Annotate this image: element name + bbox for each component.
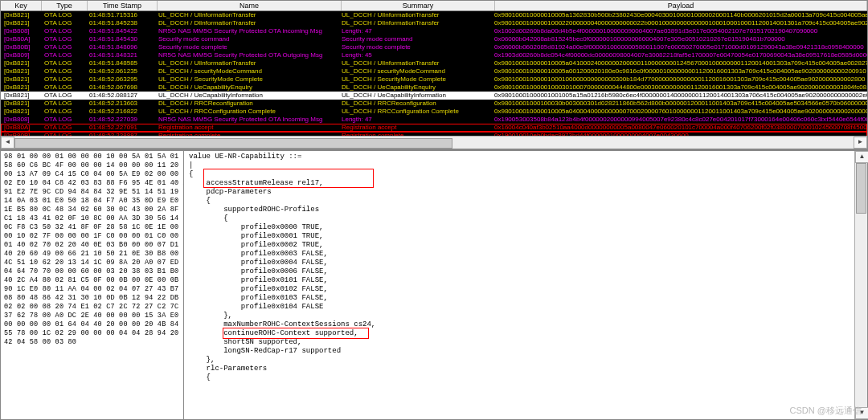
- scroll-thumb[interactable]: [14, 138, 452, 149]
- cell-name: UL_DCCH / UlInformationTransfer: [155, 11, 338, 19]
- cell-type: OTA LOG: [41, 35, 86, 43]
- cell-ts: 01:48:51.845422: [86, 27, 155, 35]
- scroll-left-icon[interactable]: ◄: [1, 137, 14, 149]
- cell-key: [0xB821]: [1, 11, 41, 19]
- watermark: CSDN @移远通信: [790, 405, 862, 417]
- col-summary[interactable]: Summary: [342, 1, 495, 10]
- cell-name: NR5G NAS MM5G Security Protected OTA inc…: [155, 27, 338, 35]
- cell-key: [0xB821]: [1, 75, 41, 84]
- cell-type: OTA LOG: [41, 59, 86, 67]
- cell-type: OTA LOG: [41, 11, 86, 19]
- cell-type: OTA LOG: [41, 19, 86, 27]
- table-body[interactable]: [0xB821]OTA LOG01:48:51.715316UL_DCCH / …: [1, 11, 867, 136]
- table-header: Key Type Time Stamp Name Summary Payload: [1, 1, 867, 11]
- cell-key: [0xB80A]: [1, 124, 41, 132]
- scroll-up-icon[interactable]: ▲: [855, 151, 868, 163]
- cell-summary: UL_DCCH / SecurityMode Complete: [338, 75, 491, 84]
- cell-summary: UL_DCCH / RRCConfiguration Complete: [338, 108, 491, 116]
- cell-ts: 01:48:52.063295: [86, 75, 155, 84]
- table-row[interactable]: [0xB80B]OTA LOG01:48:51.848096Security m…: [1, 43, 867, 51]
- table-row[interactable]: [0xB821]OTA LOG01:48:52.063295UL_DCCH / …: [1, 75, 867, 84]
- scroll-track[interactable]: [14, 137, 854, 148]
- cell-type: OTA LOG: [41, 100, 86, 108]
- cell-name: DL_DCCH / RRCReconfiguration: [155, 100, 338, 108]
- cell-summary: DL_DCCH / DlInformationTransfer: [338, 19, 491, 27]
- cell-ts: 01:48:51.848321: [86, 51, 155, 59]
- cell-summary: UL_DCCH / securityModeCommand: [338, 67, 491, 75]
- table-row[interactable]: [0xB821]OTA LOG01:48:51.715316UL_DCCH / …: [1, 11, 867, 19]
- table-row[interactable]: [0xB821]OTA LOG01:48:51.848585UL_DCCH / …: [1, 59, 867, 67]
- asn1-decode[interactable]: value UE-NR-Capability ::= | { accessStr…: [184, 151, 854, 419]
- cell-payload: 0x98010001000001001005a15a01216b5980c6ec…: [491, 92, 867, 100]
- table-row[interactable]: [0xB80A]OTA LOG01:48:51.845430Security m…: [1, 35, 867, 43]
- cell-type: OTA LOG: [41, 67, 86, 75]
- h-scrollbar[interactable]: ◄ ►: [1, 136, 867, 149]
- v-scrollbar[interactable]: ▲ ▼: [854, 151, 867, 419]
- cell-name: DL_DCCH / DlInformationTransfer: [155, 19, 338, 27]
- table-row[interactable]: [0xB821]OTA LOG01:48:52.088127UL_DCCH / …: [1, 92, 867, 100]
- cell-payload: 0x16004c040af3b02510aa4000d00000000005a0…: [491, 124, 867, 132]
- cell-payload: 0x98010001000100030b003000301d028211860b…: [491, 100, 867, 108]
- cell-ts: 01:48:52.061235: [86, 67, 155, 75]
- col-timestamp[interactable]: Time Stamp: [88, 1, 158, 10]
- cell-summary: Length: 47: [338, 116, 491, 124]
- cell-key: [0xB821]: [1, 59, 41, 67]
- cell-type: OTA LOG: [41, 108, 86, 116]
- hex-dump[interactable]: 98 01 00 00 01 00 00 00 10 00 5A 01 5A 0…: [1, 151, 183, 419]
- table-row[interactable]: [0xB821]OTA LOG01:48:52.061235DL_DCCH / …: [1, 67, 867, 75]
- cell-name: Registration accept: [155, 124, 338, 132]
- table-row[interactable]: [0xB821]OTA LOG01:48:52.213603DL_DCCH / …: [1, 100, 867, 108]
- table-row[interactable]: [0xB80A]OTA LOG01:48:52.227091Registrati…: [1, 124, 867, 132]
- cell-ts: 01:48:51.845238: [86, 19, 155, 27]
- cell-payload: 0x06000b0602085d81924a00e8f0000010000000…: [491, 43, 867, 51]
- cell-type: OTA LOG: [41, 84, 86, 92]
- table-row[interactable]: [0xB809]OTA LOG01:48:51.848321NR5G NAS M…: [1, 51, 867, 59]
- table-row[interactable]: [0xB821]OTA LOG01:48:52.067698DL_DCCH / …: [1, 84, 867, 92]
- cell-key: [0xB821]: [1, 19, 41, 27]
- cell-name: DL_DCCH / securityModeCommand: [155, 67, 338, 75]
- cell-summary: Length: 47: [338, 27, 491, 35]
- cell-key: [0xB821]: [1, 92, 41, 100]
- col-name[interactable]: Name: [158, 1, 342, 10]
- cell-ts: 01:48:52.088127: [86, 92, 155, 100]
- col-type[interactable]: Type: [42, 1, 88, 10]
- hex-pane: 98 01 00 00 01 00 00 00 10 00 5A 01 5A 0…: [0, 150, 184, 420]
- col-key[interactable]: Key: [1, 1, 42, 10]
- highlight-box-1: [203, 169, 374, 188]
- col-payload[interactable]: Payload: [495, 1, 867, 10]
- cell-name: NR5G NAS MM5G Security Protected OTA Inc…: [155, 116, 338, 124]
- cell-summary: Security mode command: [338, 35, 491, 43]
- cell-ts: 01:48:52.227091: [86, 124, 155, 132]
- cell-payload: 0x980100010000010005a0410002400000020000…: [491, 59, 867, 67]
- cell-payload: 0x98010001000001000301000700000000444800…: [491, 84, 867, 92]
- cell-name: UL_DCCH / RRCConfiguration Complete: [155, 108, 338, 116]
- cell-ts: 01:48:51.848585: [86, 59, 155, 67]
- cell-key: [0xB80A]: [1, 35, 41, 43]
- table-row[interactable]: [0xB821]OTA LOG01:48:51.845238DL_DCCH / …: [1, 19, 867, 27]
- scroll-right-icon[interactable]: ►: [854, 137, 867, 149]
- cell-type: OTA LOG: [41, 51, 86, 59]
- cell-summary: Security mode complete: [338, 43, 491, 51]
- table-row[interactable]: [0xB821]OTA LOG01:48:52.216822UL_DCCH / …: [1, 108, 867, 116]
- cell-name: NR5G NAS MM5G Security Protected OTA Out…: [155, 51, 338, 59]
- cell-payload: 0x06000b042008ab815245bec0f0000001000000…: [491, 35, 867, 43]
- cell-name: UL_DCCH / UeCapabilityInformation: [155, 92, 338, 100]
- cell-payload: 0x1903d00260b8dc054c4f00000dc00000098004…: [491, 51, 867, 59]
- cell-type: OTA LOG: [41, 116, 86, 124]
- cell-ts: 01:48:51.848096: [86, 43, 155, 51]
- cell-key: [0xB809]: [1, 51, 41, 59]
- table-row[interactable]: [0xB808]OTA LOG01:48:52.227039NR5G NAS M…: [1, 116, 867, 124]
- decode-pane: value UE-NR-Capability ::= | { accessStr…: [184, 150, 868, 420]
- log-table: Key Type Time Stamp Name Summary Payload…: [0, 0, 868, 149]
- cell-name: UL_DCCH / UlInformationTransfer: [155, 59, 338, 67]
- v-thumb[interactable]: [856, 163, 866, 214]
- cell-type: OTA LOG: [41, 92, 86, 100]
- cell-ts: 01:48:52.227039: [86, 116, 155, 124]
- cell-ts: 01:48:51.845430: [86, 35, 155, 43]
- cell-key: [0xB808]: [1, 116, 41, 124]
- cell-payload: 0x980100010000010005a1362830b500b2380243…: [491, 11, 867, 19]
- cell-key: [0xB821]: [1, 108, 41, 116]
- cell-name: DL_DCCH / UeCapabilityEnquiry: [155, 84, 338, 92]
- table-row[interactable]: [0xB808]OTA LOG01:48:51.845422NR5G NAS M…: [1, 27, 867, 35]
- cell-summary: UL_DCCH / UlInformationTransfer: [338, 11, 491, 19]
